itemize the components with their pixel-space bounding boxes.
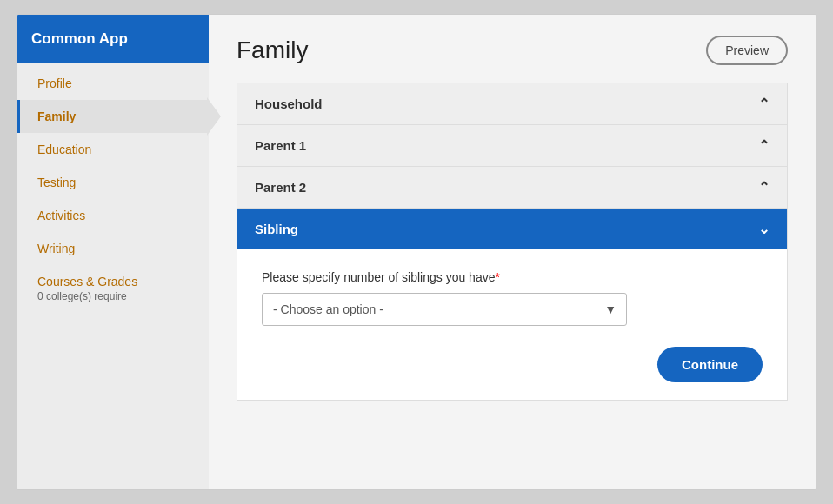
page-header: Family Preview — [237, 36, 788, 65]
page-title: Family — [237, 36, 308, 64]
footer-actions: Continue — [262, 347, 763, 382]
sidebar-item-label: Writing — [37, 242, 75, 255]
accordion-item-parent2: Parent 2 ⌃ — [237, 167, 787, 209]
required-indicator: * — [495, 270, 499, 284]
sidebar-item-label: Family — [37, 109, 76, 123]
sidebar-item-activities[interactable]: Activities — [17, 199, 209, 232]
sidebar-item-testing[interactable]: Testing — [17, 166, 209, 199]
continue-button[interactable]: Continue — [657, 347, 763, 382]
sidebar-item-sub: 0 college(s) require — [37, 288, 191, 302]
sibling-body: Please specify number of siblings you ha… — [237, 249, 787, 400]
sidebar-item-courses-grades[interactable]: Courses & Grades 0 college(s) require — [17, 265, 209, 312]
accordion-header-household[interactable]: Household ⌃ — [237, 83, 787, 124]
sidebar-item-education[interactable]: Education — [17, 133, 209, 166]
accordion: Household ⌃ Parent 1 ⌃ Parent 2 ⌃ — [237, 83, 788, 401]
sidebar-item-label: Profile — [37, 76, 72, 90]
sidebar-item-family[interactable]: Family — [17, 100, 209, 133]
accordion-label-sibling: Sibling — [255, 222, 298, 236]
siblings-select[interactable]: - Choose an option - 0 1 2 3 4 5 6+ — [262, 293, 627, 326]
accordion-item-household: Household ⌃ — [237, 83, 787, 125]
sidebar-item-label: Education — [37, 143, 91, 156]
sidebar: Common App Profile Family Education Test… — [17, 15, 209, 489]
accordion-item-sibling: Sibling ⌄ Please specify number of sibli… — [237, 209, 787, 400]
siblings-select-wrapper: - Choose an option - 0 1 2 3 4 5 6+ ▼ — [262, 293, 627, 326]
sidebar-item-label: Testing — [37, 176, 76, 189]
sidebar-item-writing[interactable]: Writing — [17, 232, 209, 265]
main-content: Family Preview Household ⌃ Parent 1 ⌃ — [209, 15, 816, 489]
chevron-down-icon: ⌄ — [758, 221, 770, 237]
sidebar-item-label: Courses & Grades — [37, 275, 137, 288]
app-container: Common App Profile Family Education Test… — [17, 14, 816, 490]
accordion-label-parent1: Parent 1 — [255, 138, 306, 153]
preview-button[interactable]: Preview — [706, 36, 788, 65]
chevron-up-icon: ⌃ — [758, 137, 770, 154]
sidebar-item-label: Activities — [37, 209, 85, 222]
accordion-header-sibling[interactable]: Sibling ⌄ — [237, 209, 787, 249]
chevron-up-icon: ⌃ — [758, 96, 770, 112]
accordion-label-household: Household — [255, 96, 323, 111]
accordion-header-parent2[interactable]: Parent 2 ⌃ — [237, 167, 787, 208]
sidebar-item-profile[interactable]: Profile — [17, 67, 209, 100]
sidebar-header: Common App — [17, 15, 209, 63]
accordion-item-parent1: Parent 1 ⌃ — [237, 125, 787, 167]
accordion-header-parent1[interactable]: Parent 1 ⌃ — [237, 125, 787, 166]
chevron-up-icon: ⌃ — [758, 179, 770, 196]
app-title: Common App — [31, 30, 128, 48]
accordion-label-parent2: Parent 2 — [255, 180, 306, 195]
sidebar-nav: Profile Family Education Testing Activit… — [17, 63, 209, 312]
siblings-field-label: Please specify number of siblings you ha… — [262, 270, 763, 284]
